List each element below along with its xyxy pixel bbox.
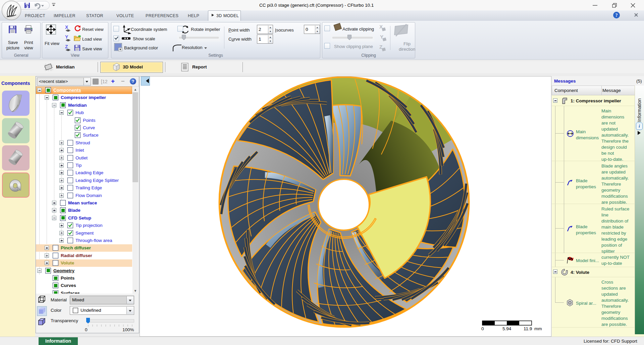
svg-text:?: ? bbox=[615, 13, 618, 18]
svg-text:mm: mm bbox=[534, 326, 542, 331]
svg-text:Y: Y bbox=[65, 34, 68, 40]
svg-text:11.9: 11.9 bbox=[524, 326, 532, 331]
svg-text:Information: Information bbox=[637, 98, 642, 122]
svg-text:Z: Z bbox=[65, 44, 68, 49]
svg-text:X: X bbox=[65, 24, 68, 30]
svg-text:5.94: 5.94 bbox=[502, 326, 512, 331]
svg-text:0: 0 bbox=[481, 326, 484, 331]
